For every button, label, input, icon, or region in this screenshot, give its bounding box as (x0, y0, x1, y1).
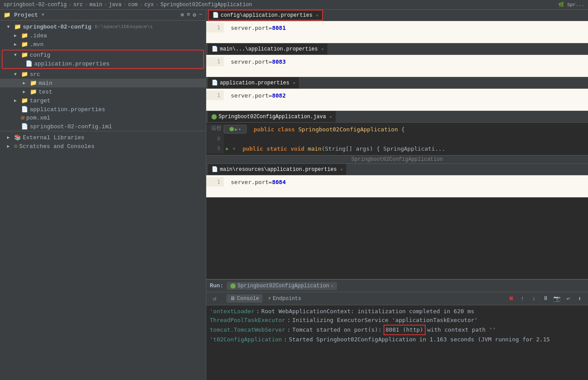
sidebar-item-pom[interactable]: ▶ m pom.xml (0, 114, 206, 122)
breadcrumb-sep-2: › (85, 2, 88, 8)
ext-libs-expand-icon: ▶ (7, 135, 12, 140)
tree-root-item[interactable]: ▼ 📁 springboot-02-config D:\space\IDEAsp… (0, 22, 206, 31)
plus-icon[interactable]: + (233, 146, 236, 152)
run-controls: ■ ↑ ↓ ⏸ 📷 ↩ ⬇ (506, 294, 584, 304)
sidebar-item-scratches[interactable]: ▶ ⊙ Scratches and Consoles (0, 142, 206, 151)
sidebar-item-src[interactable]: ▼ 📁 src (0, 70, 206, 79)
pom-label: pom.xml (26, 115, 50, 121)
panel-1-tab-label: config\application.properties (221, 12, 312, 18)
sidebar-item-config-app-props[interactable]: 📄 application.properties (3, 59, 203, 68)
breadcrumb-item-5[interactable]: com (128, 2, 138, 8)
folder-icon: 📁 (4, 11, 11, 18)
console-tab[interactable]: 🖥 Console (226, 294, 262, 303)
sidebar-bottom: ▶ 📚 External Libraries ▶ ⊙ Scratches and… (0, 131, 206, 152)
panel-5-content: 1 server.port=8084 (206, 175, 588, 197)
main-expand-icon: ▶ (23, 80, 28, 86)
endpoints-tab[interactable]: ⚡ Endpoints (264, 294, 305, 303)
collapse-icon[interactable]: ≡ (187, 11, 190, 18)
breadcrumb-item-4[interactable]: java (109, 2, 122, 8)
sidebar-item-iml[interactable]: ▶ 📄 springboot-02-config.iml (0, 122, 206, 131)
java-line-num-8: 8 (206, 134, 224, 144)
panel-1-close-btn[interactable]: ✕ (316, 13, 319, 18)
camera-btn[interactable]: 📷 (552, 294, 562, 304)
editor-panels-area: 📄 config\application.properties ✕ 1 serv… (206, 10, 588, 279)
panel-3-tab-label: application.properties (220, 80, 289, 86)
settings-icon[interactable]: ⚙ (193, 11, 196, 18)
run-panel: Run: Springboot02ConfigApplication ✕ ↺ 🖥… (206, 279, 588, 380)
spring-run-button[interactable]: ▶ ▾ (224, 125, 247, 134)
panel-4-spring-icon (212, 114, 217, 119)
stop-btn[interactable]: ■ (506, 294, 516, 304)
run-app-close[interactable]: ✕ (331, 283, 333, 289)
ext-libs-label: External Libraries (23, 134, 84, 141)
method-name-2: main (308, 145, 321, 152)
panel-1-line-num-1: 1 (206, 23, 224, 33)
punc-3: ) { SpringApplicati... (369, 145, 445, 152)
run-play-icon[interactable]: ▶ (235, 127, 238, 132)
run-app-tab[interactable]: Springboot02ConfigApplication ✕ (227, 282, 337, 290)
src-expand-icon: ▼ (14, 72, 19, 77)
panel-2-props-icon: 📄 (212, 46, 218, 52)
sidebar-item-target[interactable]: ▶ 📁 target (0, 96, 206, 105)
locate-icon[interactable]: ⊕ (181, 11, 184, 18)
idea-label: .idea (30, 33, 47, 39)
editor-panel-res-app: 📄 main\resources\application.properties … (206, 164, 588, 198)
panel-4-tab[interactable]: Springboot02ConfigApplication.java ✕ (208, 111, 336, 122)
test-label: test (39, 89, 52, 95)
sidebar-item-main[interactable]: ▶ 📁 main (0, 79, 206, 87)
breadcrumb-item-7[interactable]: Springboot02ConfigApplication (161, 2, 252, 8)
down-arrow-btn[interactable]: ⬇ (575, 294, 584, 304)
sidebar-item-mvn[interactable]: ▶ 📁 .mvn (0, 40, 206, 49)
editor-panel-java: Springboot02ConfigApplication.java ✕ 运行 … (206, 111, 588, 164)
console-sep-4: : (283, 335, 287, 344)
server-port-val-2: 8083 (272, 58, 286, 65)
sidebar-item-config[interactable]: ▼ 📁 config (3, 51, 203, 59)
server-port-val-3: 8082 (272, 92, 286, 99)
panel-2-tab[interactable]: 📄 main\...\application.properties ✕ (208, 43, 327, 54)
sidebar-dropdown-icon[interactable]: ▼ (42, 12, 45, 18)
panel-2-close-btn[interactable]: ✕ (321, 47, 324, 52)
scroll-up-btn[interactable]: ↑ (518, 294, 527, 304)
console-class-4: 't02ConfigApplication (210, 335, 282, 344)
run-tabs: 🖥 Console ⚡ Endpoints (226, 294, 305, 303)
config-folder-icon: 📁 (21, 51, 28, 58)
editor-panel-root-app: 📄 application.properties ✕ 1 server.port… (206, 77, 588, 111)
src-label: src (30, 71, 40, 78)
minimize-icon[interactable]: − (199, 11, 202, 18)
panel-1-tab-bar: 📄 config\application.properties ✕ (206, 10, 588, 21)
breadcrumb-sep-5: › (140, 2, 143, 8)
panel-5-close-btn[interactable]: ✕ (340, 167, 343, 172)
server-port-key-1: server.port= (231, 25, 272, 31)
expand-arrow: ▼ (7, 25, 12, 29)
run-small-icon[interactable]: ▶ (224, 146, 231, 152)
run-dropdown-icon[interactable]: ▾ (239, 127, 241, 131)
scroll-down-btn[interactable]: ↓ (529, 294, 539, 304)
wrap-btn[interactable]: ↩ (563, 294, 573, 304)
sidebar-item-external-libs[interactable]: ▶ 📚 External Libraries (0, 133, 206, 142)
console-sep-1: : (256, 307, 260, 316)
pause-btn[interactable]: ⏸ (541, 294, 550, 304)
panel-3-content: 1 server.port=8082 (206, 89, 588, 111)
panel-3-tab[interactable]: 📄 application.properties ✕ (208, 77, 299, 88)
breadcrumb-item-2[interactable]: src (73, 2, 83, 8)
breadcrumb-item-3[interactable]: main (90, 2, 102, 8)
panel-1-tab[interactable]: 📄 config\application.properties ✕ (208, 10, 323, 21)
sidebar-item-root-app-props[interactable]: ▶ 📄 application.properties (0, 105, 206, 114)
panel-5-line-content-1: server.port=8084 (224, 179, 286, 185)
sidebar-item-idea[interactable]: ▶ 📁 .idea (0, 31, 206, 40)
panel-3-close-btn[interactable]: ✕ (293, 80, 295, 86)
panel-5-tab[interactable]: 📄 main\resources\application.properties … (208, 164, 346, 175)
sidebar-toolbar: ⊕ ≡ ⚙ − (181, 11, 202, 18)
restart-btn[interactable]: ↺ (210, 294, 219, 304)
panel-5-line-1: 1 server.port=8084 (206, 177, 588, 187)
console-msg-pre-3: Tomcat started on port(s): (292, 326, 382, 334)
root-props-icon: 📄 (21, 106, 28, 113)
breadcrumb-item-1[interactable]: springboot-02-config (4, 2, 67, 8)
iml-icon: 📄 (21, 123, 28, 130)
console-icon: 🖥 (230, 295, 235, 302)
sidebar-item-test[interactable]: ▶ 📁 test (0, 87, 206, 96)
panel-4-close-btn[interactable]: ✕ (330, 114, 332, 119)
breadcrumb-item-6[interactable]: cyx (144, 2, 154, 8)
panel-3-props-icon: 📄 (212, 80, 218, 86)
punc-2: ( (322, 145, 325, 152)
